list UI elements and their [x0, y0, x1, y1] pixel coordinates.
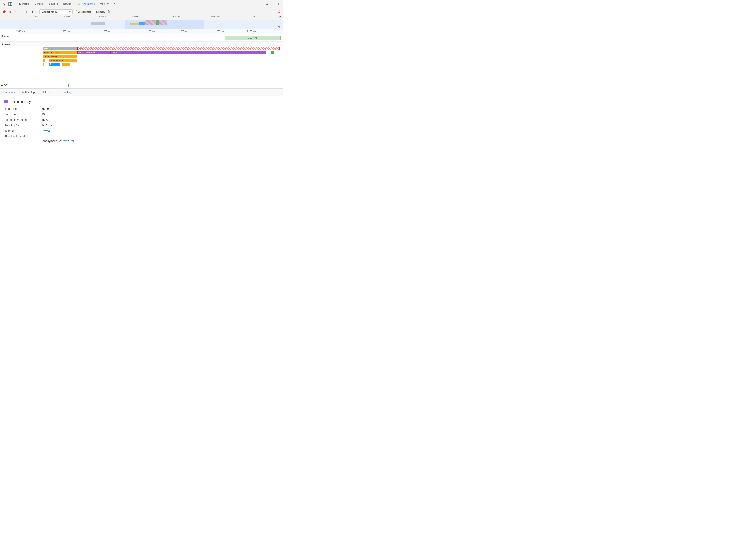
tab-memory[interactable]: Memory — [97, 0, 112, 8]
gpu-content — [18, 82, 283, 89]
more-menu-icon[interactable]: ⋮ — [270, 1, 276, 7]
tab-more[interactable]: >> — [112, 0, 120, 8]
svg-rect-5 — [9, 4, 10, 5]
gpu-tick-2 — [68, 84, 69, 87]
flame-chart-area: Task Task Evaluate Script Recalculate St… — [0, 47, 283, 82]
reload-button[interactable]: ↺ — [8, 9, 13, 14]
pending-for-label: Pending for — [4, 124, 40, 127]
initiator-reveal-link[interactable]: Reveal — [42, 129, 50, 132]
close-devtools-icon[interactable]: ✕ — [277, 1, 282, 7]
tab-summary[interactable]: Summary — [0, 89, 18, 96]
settings-gear-icon[interactable]: ⚙ — [264, 1, 270, 7]
tab-elements[interactable]: Elements — [16, 0, 32, 8]
timeline-detail: 1950 ms 2000 ms 2050 ms 2100 ms 2150 ms … — [0, 29, 283, 89]
svg-point-8 — [3, 10, 5, 13]
svg-rect-3 — [3, 3, 4, 4]
self-time-label: Self Time — [4, 113, 40, 116]
main-tab-nav: Elements Console Sources Network ⚠ Perfo… — [16, 0, 261, 8]
url-selector[interactable]: jlwagner.net #1 ▼ — [39, 9, 72, 14]
tab-event-log[interactable]: Event Log — [56, 89, 75, 96]
bottom-panel: Summary Bottom-Up Call Tree Event Log Re… — [0, 89, 283, 148]
tab-console[interactable]: Console — [32, 0, 46, 8]
tick-2200ms: 2200 ms — [215, 30, 224, 33]
total-time-label: Total Time — [4, 107, 40, 110]
tick-2250ms: 2250 ms — [247, 30, 256, 33]
main-header: ▼ Main — [0, 42, 283, 47]
svg-rect-7 — [10, 4, 12, 5]
tab-network[interactable]: Network — [61, 0, 75, 8]
screenshots-checkbox[interactable] — [74, 10, 77, 13]
svg-rect-6 — [10, 2, 12, 4]
timeline-overview[interactable]: 500 ms 1000 ms 1500 ms 2000 ms 2500 ms 3… — [0, 15, 283, 29]
time-ruler: 1950 ms 2000 ms 2050 ms 2100 ms 2150 ms … — [18, 29, 283, 34]
tab-sources[interactable]: Sources — [46, 0, 60, 8]
layout-small-green[interactable] — [271, 51, 274, 54]
screenshots-checkbox-label[interactable]: Screenshots — [74, 10, 91, 13]
capture-settings-icon[interactable]: ⚙ — [276, 9, 281, 14]
summary-title: Recalculate Style — [4, 100, 279, 104]
tick-2000ms: 2000 ms — [61, 30, 70, 33]
frames-content: 116.7 ms — [18, 34, 283, 42]
yellow-small-bar-3[interactable] — [61, 63, 69, 66]
first-invalidated-label: First Invalidated — [4, 135, 40, 138]
trash-button[interactable]: 🗑 — [106, 9, 111, 14]
flame-row-3: (anonymous) — [0, 54, 283, 58]
layout-bar[interactable]: Layout — [111, 51, 266, 54]
cursor-icon[interactable] — [1, 1, 7, 7]
total-time-value: 55.20 ms — [42, 107, 53, 110]
small-yellow-bar-2[interactable] — [43, 63, 45, 66]
initiator-label: Initiator — [4, 129, 40, 132]
timeline-selection[interactable] — [124, 20, 204, 25]
summary-row-self-time: Self Time 19 μs — [4, 113, 279, 116]
recalculate-style-bar[interactable]: Recalculate Style — [77, 51, 111, 54]
pending-for-value: 14.5 ms — [42, 124, 52, 127]
frame-bar[interactable]: 116.7 ms — [225, 36, 281, 40]
summary-color-swatch — [4, 100, 7, 103]
overview-tick-3000: 3000 ms — [211, 15, 220, 18]
toolbar-divider-2 — [37, 9, 37, 14]
tab-performance[interactable]: ⚠ Performance — [75, 0, 97, 8]
flame-row-4: set innerHTML — [0, 58, 283, 62]
svg-rect-0 — [3, 3, 3, 3]
summary-row-elements-affected: Elements Affected 1520 — [4, 118, 279, 121]
tick-2050ms: 2050 ms — [104, 30, 112, 33]
flame-row-5: P...L — [0, 62, 283, 66]
overview-tick-2500: 2500 ms — [171, 15, 180, 18]
svg-rect-2 — [3, 3, 3, 4]
memory-checkbox-label[interactable]: Memory — [93, 10, 105, 13]
main-section: ▼ Main Task Task Evaluate Script Recalcu… — [0, 42, 283, 82]
download-button[interactable]: ⬇ — [30, 9, 35, 14]
set-innerhtml-bar[interactable]: set innerHTML — [49, 59, 77, 62]
tab-call-tree[interactable]: Call Tree — [38, 89, 56, 96]
task-bar-1[interactable]: Task — [43, 47, 77, 50]
upload-button[interactable]: ⬆ — [24, 9, 29, 14]
overview-tick-500: 500 ms — [30, 15, 38, 18]
anonymous-bar[interactable]: (anonymous) — [43, 55, 77, 58]
tick-1950ms: 1950 ms — [16, 30, 24, 33]
svg-rect-4 — [9, 2, 10, 4]
first-invalidated-link[interactable]: VM262:1 — [63, 140, 74, 143]
gpu-label[interactable]: ▶ GPU — [0, 83, 18, 88]
summary-row-first-invalidated: First Invalidated — [4, 135, 279, 138]
clear-button[interactable]: ⊘ — [14, 9, 19, 14]
frames-label: Frames — [0, 34, 18, 39]
overview-tick-1500: 1500 ms — [98, 15, 106, 18]
tick-2150ms: 2150 ms — [181, 30, 189, 33]
tab-bottom-up[interactable]: Bottom-Up — [18, 89, 38, 96]
main-label[interactable]: ▼ Main — [0, 42, 18, 46]
flame-row-1: Task Task — [0, 47, 283, 50]
timeline-selection-net[interactable] — [124, 25, 204, 29]
evaluate-script-bar[interactable]: Evaluate Script — [43, 51, 77, 54]
summary-content: Recalculate Style Total Time 55.20 ms Se… — [0, 97, 283, 148]
svg-rect-1 — [3, 3, 4, 3]
memory-checkbox[interactable] — [93, 10, 95, 13]
perf-toolbar: ↺ ⊘ ⬆ ⬇ jlwagner.net #1 ▼ Screenshots Me… — [0, 8, 283, 15]
overview-tick-3500: 3500 — [253, 15, 257, 18]
summary-row-pending-for: Pending for 14.5 ms — [4, 124, 279, 127]
inspect-icon[interactable] — [7, 1, 13, 7]
gpu-tick-1 — [34, 84, 34, 87]
pL-bar[interactable]: P...L — [49, 63, 60, 66]
small-yellow-bar[interactable] — [43, 59, 45, 62]
task-bar-2-hatched[interactable]: Task — [77, 47, 280, 50]
record-button[interactable] — [2, 9, 7, 14]
